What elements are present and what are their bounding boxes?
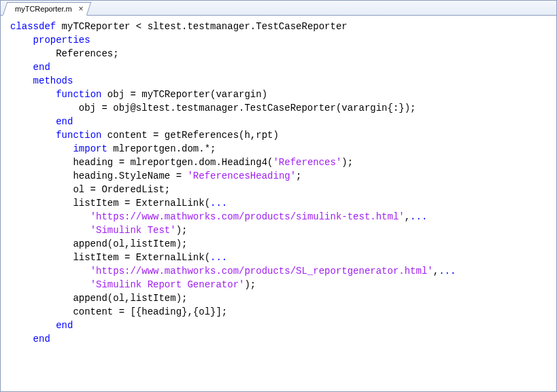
indent: [10, 225, 90, 236]
code-text: listItem = ExternalLink(: [10, 198, 210, 209]
code-line: 'https://www.mathworks.com/products/simu…: [10, 210, 554, 224]
keyword: end: [33, 334, 50, 344]
tab-filename: myTCReporter.m: [15, 5, 76, 13]
code-line: heading = mlreportgen.dom.Heading4('Refe…: [10, 156, 554, 169]
keyword: function: [56, 130, 101, 141]
code-text: );: [176, 225, 188, 236]
code-line: end: [10, 319, 554, 332]
code-line: References;: [10, 47, 554, 60]
code-line: heading.StyleName = 'ReferencesHeading';: [10, 169, 554, 183]
code-text: heading.StyleName =: [10, 171, 187, 181]
indent: [10, 116, 56, 127]
code-line: end: [10, 60, 554, 74]
code-line: append(ol,listItem);: [10, 237, 554, 251]
code-text: ,: [405, 211, 410, 222]
string-literal: 'Simulink Report Generator': [90, 279, 245, 290]
indent: [10, 334, 33, 344]
continuation: ...: [410, 211, 427, 222]
code-line: properties: [10, 33, 554, 47]
keyword: end: [56, 320, 73, 331]
code-line: end: [10, 332, 554, 346]
code-line: listItem = ExternalLink(...: [10, 196, 554, 210]
continuation: ...: [439, 266, 456, 277]
string-literal: 'References': [273, 157, 341, 168]
code-text: );: [341, 157, 353, 168]
string-literal: 'Simulink Test': [90, 225, 176, 236]
code-editor[interactable]: classdef myTCReporter < sltest.testmanag…: [1, 16, 556, 391]
code-line: 'Simulink Test');: [10, 224, 554, 237]
indent: [10, 279, 90, 290]
code-line: 'https://www.mathworks.com/products/SL_r…: [10, 264, 554, 278]
code-text: );: [244, 279, 256, 290]
continuation: ...: [210, 252, 227, 263]
indent: [10, 89, 56, 100]
keyword: methods: [33, 75, 73, 86]
string-literal: 'https://www.mathworks.com/products/simu…: [90, 211, 405, 222]
keyword: end: [56, 116, 73, 127]
code-text: mlreportgen.dom.*;: [107, 143, 216, 154]
indent: [10, 211, 90, 222]
indent: [10, 143, 73, 154]
indent: [10, 35, 33, 46]
code-line: listItem = ExternalLink(...: [10, 251, 554, 264]
keyword: import: [73, 143, 107, 154]
keyword: function: [56, 89, 101, 100]
code-line: function obj = myTCReporter(varargin): [10, 88, 554, 101]
indent: [10, 62, 33, 73]
code-line: import mlreportgen.dom.*;: [10, 142, 554, 156]
code-line: 'Simulink Report Generator');: [10, 278, 554, 291]
tab-bar: myTCReporter.m ×: [1, 1, 556, 16]
code-line: methods: [10, 74, 554, 88]
keyword: end: [33, 62, 50, 73]
keyword: classdef: [10, 21, 56, 32]
file-tab[interactable]: myTCReporter.m ×: [3, 2, 91, 16]
code-text: myTCReporter < sltest.testmanager.TestCa…: [56, 21, 347, 32]
keyword: properties: [33, 35, 90, 46]
code-text: content = getReferences(h,rpt): [101, 130, 278, 141]
code-line: content = [{heading},{ol}];: [10, 305, 554, 319]
continuation: ...: [210, 198, 227, 209]
indent: [10, 266, 90, 277]
editor-window: myTCReporter.m × classdef myTCReporter <…: [0, 0, 557, 392]
code-line: obj = obj@sltest.testmanager.TestCaseRep…: [10, 101, 554, 115]
indent: [10, 130, 56, 141]
string-literal: 'https://www.mathworks.com/products/SL_r…: [90, 266, 433, 277]
code-line: append(ol,listItem);: [10, 291, 554, 305]
code-line: function content = getReferences(h,rpt): [10, 128, 554, 142]
code-text: heading = mlreportgen.dom.Heading4(: [10, 157, 273, 168]
code-text: listItem = ExternalLink(: [10, 252, 210, 263]
code-line: classdef myTCReporter < sltest.testmanag…: [10, 20, 554, 33]
string-literal: 'ReferencesHeading': [187, 171, 296, 181]
code-text: ;: [296, 171, 301, 181]
code-text: obj = myTCReporter(varargin): [101, 89, 267, 100]
code-line: end: [10, 115, 554, 128]
code-line: ol = OrderedList;: [10, 183, 554, 196]
close-icon[interactable]: ×: [76, 4, 86, 14]
indent: [10, 75, 33, 86]
indent: [10, 320, 56, 331]
code-text: ,: [433, 266, 439, 277]
